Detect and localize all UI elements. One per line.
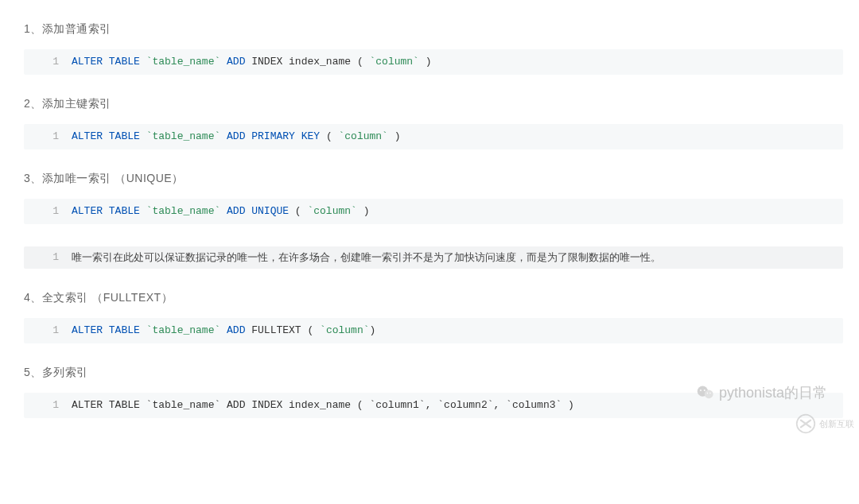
code-block-2: 1 ALTER TABLE `table_name` ADD PRIMARY K…	[24, 124, 843, 149]
code-block-1: 1 ALTER TABLE `table_name` ADD INDEX ind…	[24, 49, 843, 75]
svg-point-2	[700, 390, 702, 391]
code-block-3: 1 ALTER TABLE `table_name` ADD UNIQUE ( …	[24, 199, 843, 224]
code-line: ALTER TABLE `table_name` ADD PRIMARY KEY…	[72, 126, 843, 148]
identifier: `column`	[369, 56, 418, 68]
identifier: `column`	[320, 324, 369, 336]
identifier: `table_name`	[140, 130, 227, 142]
code-block-4: 1 ALTER TABLE `table_name` ADD FULLTEXT …	[24, 318, 843, 343]
code-line: ALTER TABLE `table_name` ADD INDEX index…	[72, 51, 843, 73]
watermark-text: pythonista的日常	[719, 383, 827, 402]
code-line: ALTER TABLE `table_name` ADD FULLTEXT ( …	[72, 320, 843, 342]
section-heading-4: 4、全文索引 （FULLTEXT）	[24, 291, 859, 305]
section-heading-5: 5、多列索引	[24, 366, 859, 380]
logo-icon	[795, 413, 816, 434]
line-number: 1	[24, 126, 72, 148]
identifier: `column`	[338, 130, 387, 142]
section-heading-1: 1、添加普通索引	[24, 22, 859, 37]
identifier: `table_name`	[140, 205, 227, 217]
line-number: 1	[24, 246, 72, 269]
keyword: ALTER TABLE	[72, 324, 140, 336]
corner-logo-text: 创新互联	[819, 418, 854, 430]
code-text: )	[357, 205, 370, 217]
code-text: )	[419, 56, 432, 68]
identifier: `table_name`	[140, 56, 227, 68]
svg-point-4	[707, 393, 709, 394]
keyword: ADD UNIQUE	[227, 205, 289, 217]
identifier: `column`	[307, 205, 356, 217]
section-heading-3: 3、添加唯一索引 （UNIQUE）	[24, 172, 859, 186]
note-text: 唯一索引在此处可以保证数据记录的唯一性，在许多场合，创建唯一索引并不是为了加快访…	[72, 246, 843, 269]
line-number: 1	[24, 51, 72, 73]
identifier: `table_name`	[140, 324, 227, 336]
code-text: )	[388, 130, 401, 142]
svg-point-1	[705, 390, 713, 398]
code-text: (	[320, 130, 338, 142]
wechat-icon	[697, 386, 714, 400]
keyword: ALTER TABLE	[72, 130, 140, 142]
line-number: 1	[24, 200, 72, 223]
code-text: (	[289, 205, 307, 217]
keyword: ALTER TABLE	[72, 56, 140, 68]
svg-point-3	[704, 390, 705, 391]
line-number: 1	[24, 394, 72, 417]
keyword: ALTER TABLE	[72, 205, 140, 217]
section-heading-2: 2、添加主键索引	[24, 97, 859, 111]
code-line: ALTER TABLE `table_name` ADD UNIQUE ( `c…	[72, 200, 843, 223]
svg-point-5	[709, 393, 711, 394]
code-text: INDEX index_name (	[245, 56, 369, 68]
wechat-watermark: pythonista的日常	[697, 383, 827, 402]
note-block: 1 唯一索引在此处可以保证数据记录的唯一性，在许多场合，创建唯一索引并不是为了加…	[24, 246, 843, 269]
corner-logo: 创新互联	[795, 413, 854, 434]
keyword: ADD	[227, 56, 245, 68]
keyword: ADD PRIMARY KEY	[227, 130, 320, 142]
code-text: FULLTEXT (	[245, 324, 320, 336]
code-text: )	[370, 324, 376, 336]
keyword: ADD	[227, 324, 245, 336]
line-number: 1	[24, 320, 72, 342]
